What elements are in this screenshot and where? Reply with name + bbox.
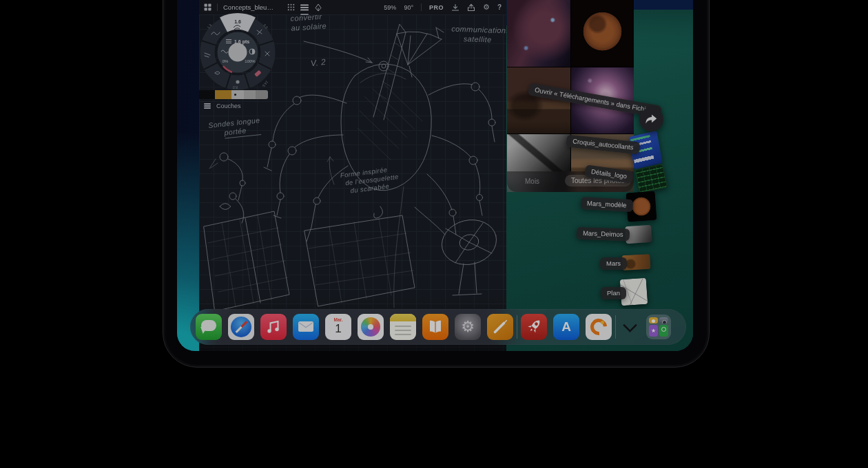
export-icon[interactable]	[467, 3, 475, 12]
nib-tool-icon[interactable]	[314, 3, 322, 12]
drag-label-plan[interactable]: Plan	[601, 287, 626, 299]
stage: convertir au solaire communications sate…	[0, 0, 868, 468]
dock-icon-app-store[interactable]: A	[553, 314, 579, 340]
tool-wheel[interactable]: 1.6 1.3 5.5 14.5 8.0 1,6 pts 0% 100%	[199, 12, 278, 92]
svg-text:0%: 0%	[223, 59, 229, 63]
dots-grid-icon[interactable]	[287, 3, 295, 11]
dock-icon-sketch-pen[interactable]	[487, 314, 513, 340]
wheel-selected-size: 1.6	[234, 19, 241, 24]
drag-label-mars-deimos[interactable]: Mars_Deimos	[577, 227, 630, 241]
dock-icon-music[interactable]	[260, 314, 287, 340]
dock: Mar. 1 ⚙	[190, 309, 686, 345]
dock-icon-c-app[interactable]	[586, 314, 612, 340]
layers-label: Couches	[216, 103, 241, 109]
brush-lines-icon[interactable]	[300, 4, 309, 11]
message-bubble-icon	[201, 320, 216, 331]
dock-icon-photos[interactable]	[358, 314, 384, 340]
palette-swatch-light2[interactable]	[244, 90, 256, 99]
dock-icon-books[interactable]	[422, 314, 448, 340]
photo-thumbnail-nebula-horsehead[interactable]	[507, 0, 570, 67]
rotation-value[interactable]: 90°	[404, 4, 413, 11]
dock-suggested-apps[interactable]: ★	[646, 315, 671, 339]
photo-thumbnail-mars-globe[interactable]	[571, 0, 634, 67]
share-forward-button[interactable]	[639, 107, 663, 131]
pro-badge[interactable]: PRO	[429, 4, 444, 11]
color-palette-strip[interactable]	[199, 90, 268, 99]
chevron-down-icon	[622, 318, 637, 332]
dock-divider	[517, 315, 517, 339]
open-book-icon	[422, 314, 448, 340]
palette-swatch-light1[interactable]	[231, 90, 244, 99]
dock-icon-notes[interactable]	[390, 314, 416, 340]
document-title[interactable]: Concepts_bleu…	[223, 3, 273, 11]
photos-flower-icon	[361, 317, 380, 337]
palette-swatch-black[interactable]	[199, 90, 215, 99]
svg-text:100%: 100%	[245, 59, 256, 63]
dock-divider	[615, 315, 616, 339]
mini-tips-icon	[649, 317, 658, 323]
annotation-comm-satellite: communications satellite	[451, 25, 506, 45]
calendar-day: 1	[325, 323, 351, 335]
dock-icon-mail[interactable]	[293, 314, 319, 340]
tab-months[interactable]: Mois	[525, 178, 539, 185]
music-note-icon	[260, 314, 287, 340]
svg-text:8.0: 8.0	[233, 85, 238, 89]
rocket-icon	[521, 314, 547, 340]
app-store-a-icon: A	[561, 319, 571, 334]
gear-icon: ⚙	[461, 319, 475, 334]
dock-icon-rocket[interactable]	[521, 314, 547, 340]
dock-icon-calendar[interactable]: Mar. 1	[325, 314, 351, 340]
concepts-app-window[interactable]: convertir au solaire communications sate…	[199, 0, 506, 351]
pen-icon	[487, 314, 513, 340]
share-arrow-icon	[645, 114, 658, 125]
settings-gear-icon[interactable]: ⚙	[483, 3, 490, 11]
toolbar-separator	[217, 3, 218, 11]
mini-star-icon: ★	[649, 325, 658, 337]
layers-button[interactable]: Couches	[204, 103, 241, 109]
ipad-screen: convertir au solaire communications sate…	[177, 0, 693, 351]
dock-collapse-button[interactable]	[619, 314, 640, 340]
mini-camera-icon	[659, 317, 668, 323]
dock-icon-settings[interactable]: ⚙	[455, 314, 481, 340]
svg-text:14.5: 14.5	[262, 80, 269, 87]
palette-swatch-gold[interactable]	[215, 90, 231, 99]
palette-swatch-light3[interactable]	[256, 90, 268, 99]
dock-icon-messages[interactable]	[196, 314, 222, 340]
annotation-version: V. 2	[310, 57, 327, 70]
app-grid-icon[interactable]	[204, 3, 211, 11]
zoom-level[interactable]: 59%	[384, 4, 396, 11]
hamburger-icon	[204, 103, 211, 109]
c-swirl-icon	[587, 315, 610, 339]
help-button[interactable]: ?	[497, 3, 502, 11]
import-icon[interactable]	[451, 3, 459, 12]
dock-icon-safari[interactable]	[228, 314, 254, 340]
mini-timer-icon	[659, 325, 668, 337]
drag-label-mars[interactable]: Mars	[600, 257, 627, 270]
